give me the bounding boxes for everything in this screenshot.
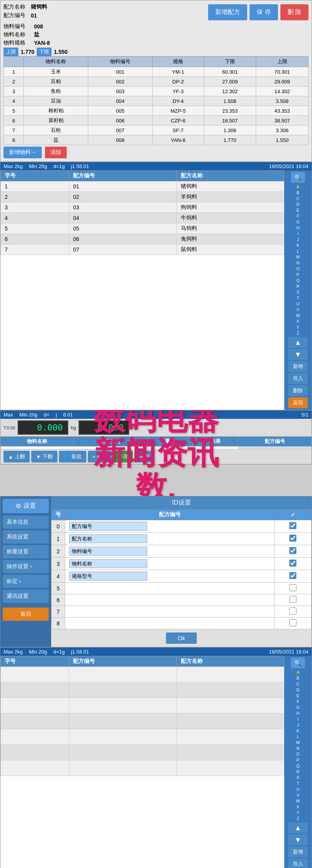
bottom-search-button[interactable]: 🔍 [291, 657, 305, 668]
table-row[interactable]: 6菜籽粕006CZP-618.50738.507 [4, 116, 308, 126]
alpha-item[interactable]: Q [286, 278, 310, 283]
table-row[interactable] [1, 714, 284, 729]
alpha-item[interactable]: E [286, 207, 310, 213]
id-checkbox[interactable] [289, 619, 296, 626]
id-input-field[interactable] [69, 534, 147, 543]
delete-button-sidebar[interactable]: 删除 [288, 385, 308, 396]
bottom-scroll-down[interactable]: ▼ [288, 834, 308, 845]
alpha-item[interactable]: F [286, 699, 310, 704]
alpha-item[interactable]: X [286, 319, 310, 324]
settings-item[interactable]: 通讯设置 [3, 590, 49, 603]
alpha-item[interactable]: U [286, 787, 310, 792]
alpha-item[interactable]: L [286, 248, 310, 254]
alpha-item[interactable]: V [286, 792, 310, 798]
table-row[interactable]: 8盐008YAN-81.7701.550 [4, 135, 308, 145]
alpha-item[interactable]: T [286, 781, 310, 786]
id-input-field[interactable] [69, 559, 147, 568]
id-checkbox[interactable] [289, 608, 296, 615]
alpha-item[interactable]: P [286, 757, 310, 763]
id-input-field[interactable] [69, 572, 147, 581]
alpha-item[interactable]: H [286, 225, 310, 230]
id-checkbox[interactable] [289, 535, 296, 542]
add-material-button[interactable]: 新增物料→ [4, 147, 42, 158]
alpha-item[interactable]: P [286, 272, 310, 277]
alpha-item[interactable]: N [286, 260, 310, 266]
id-checkbox[interactable] [289, 522, 296, 529]
back-button[interactable]: 返回 [288, 397, 308, 408]
list-item[interactable]: 101猪饲料 [1, 181, 284, 192]
alpha-item[interactable]: V [286, 307, 310, 312]
table-row[interactable]: 7石粉007SF-71.3063.306 [4, 126, 308, 135]
settings-item[interactable]: 操作设置 › [3, 560, 49, 573]
scroll-down-btn[interactable]: ▼ 下翻 [31, 451, 57, 462]
add-button[interactable]: 新增 [288, 361, 308, 372]
alpha-item[interactable]: G [286, 219, 310, 225]
alpha-item[interactable]: D [286, 687, 310, 693]
alpha-item[interactable]: A [286, 670, 310, 675]
alpha-item[interactable]: Q [286, 763, 310, 769]
table-row[interactable] [1, 729, 284, 745]
alpha-item[interactable]: B [286, 675, 310, 681]
settings-item[interactable]: 标定 › [3, 575, 49, 588]
alpha-item[interactable]: K [286, 243, 310, 248]
alpha-item[interactable]: X [286, 804, 310, 810]
clear-button[interactable]: 清除 [45, 147, 67, 158]
search-button[interactable]: 🔍 [291, 172, 305, 183]
scroll-up-btn[interactable]: ▲ 上翻 [4, 451, 30, 462]
alpha-item[interactable]: L [286, 734, 310, 739]
id-checkbox[interactable] [289, 584, 296, 591]
alpha-item[interactable]: K [286, 728, 310, 733]
id-checkbox[interactable] [289, 572, 296, 579]
alpha-item[interactable]: Y [286, 324, 310, 330]
list-item[interactable]: 505马饲料 [1, 223, 284, 234]
alpha-item[interactable]: F [286, 213, 310, 219]
list-item[interactable]: 707鼠饲料 [1, 244, 284, 255]
alpha-item[interactable]: S [286, 775, 310, 780]
alpha-item[interactable]: M [286, 254, 310, 260]
alpha-item[interactable]: M [286, 740, 310, 745]
list-item[interactable]: 606兔饲料 [1, 234, 284, 244]
id-checkbox[interactable] [289, 547, 296, 554]
delete-button[interactable]: 删 除 [280, 4, 308, 20]
import-button[interactable]: 导入 [288, 373, 308, 384]
save2-btn[interactable]: 保存 [113, 451, 133, 462]
list-item[interactable]: 202羊饲料 [1, 192, 284, 202]
list-item[interactable]: 404牛饲料 [1, 213, 284, 223]
alpha-item[interactable]: D [286, 202, 310, 207]
scroll-up-button[interactable]: ▲ [288, 337, 308, 348]
table-row[interactable] [1, 667, 284, 682]
alpha-item[interactable]: Z [286, 330, 310, 336]
save-button[interactable]: 保 存 [250, 4, 278, 20]
alpha-item[interactable]: N [286, 746, 310, 751]
alpha-item[interactable]: S [286, 289, 310, 295]
settings-back-button[interactable]: 返回 [3, 608, 49, 621]
id-input-field[interactable] [69, 522, 147, 531]
settings-item[interactable]: 称重设置 [3, 545, 49, 558]
settings-item[interactable]: 系统设置 [3, 530, 49, 544]
table-row[interactable] [1, 698, 284, 714]
alpha-item[interactable]: C [286, 196, 310, 201]
alpha-item[interactable]: Z [286, 816, 310, 821]
alpha-item[interactable]: B [286, 190, 310, 195]
alpha-item[interactable]: H [286, 710, 310, 716]
alpha-item[interactable]: W [286, 798, 310, 804]
alpha-item[interactable]: O [286, 266, 310, 271]
table-row[interactable] [1, 745, 284, 760]
scroll-down-button[interactable]: ▼ [288, 349, 308, 360]
alpha-item[interactable]: Y [286, 810, 310, 815]
alpha-item[interactable]: I [286, 231, 310, 236]
bottom-scroll-up[interactable]: ▲ [288, 822, 308, 833]
id-checkbox[interactable] [289, 596, 296, 603]
alpha-item[interactable]: G [286, 705, 310, 710]
id-input-field[interactable] [69, 547, 147, 556]
alpha-item[interactable]: R [286, 283, 310, 289]
table-row[interactable]: 2豆粕002DP-227.00929.009 [4, 77, 308, 87]
settings-item[interactable]: 基本信息 [3, 515, 49, 529]
supplement-btn[interactable]: + 补打 [88, 451, 112, 462]
table-row[interactable]: 1玉米001YM-160.30170.301 [4, 67, 308, 77]
table-row[interactable]: 5棉籽粕005MZP-523.35343.353 [4, 106, 308, 116]
alpha-item[interactable]: T [286, 295, 310, 301]
alpha-item[interactable]: W [286, 313, 310, 318]
add-recipe-button[interactable]: 新增配方 [208, 4, 247, 20]
alpha-item[interactable]: C [286, 681, 310, 687]
